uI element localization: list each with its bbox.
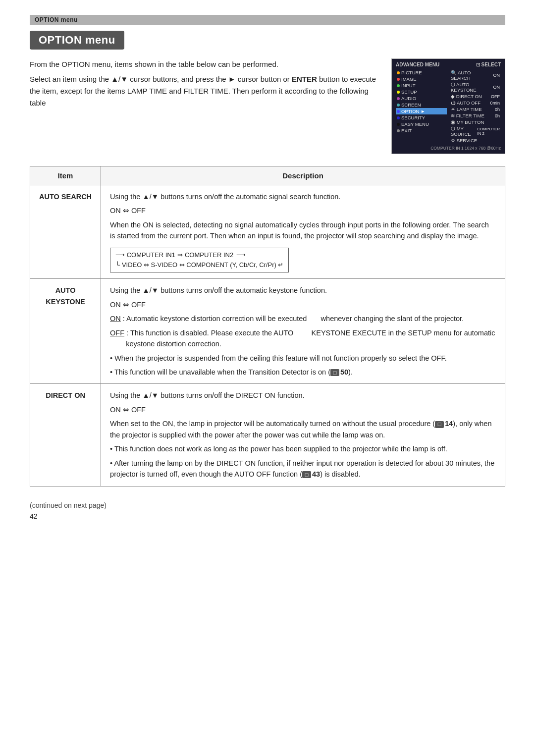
desc-autosearch: Using the ▲/▼ buttons turns on/off the a…: [101, 185, 505, 279]
menu-right-col: 🔍 AUTO SEARCH ON ⬡ AUTO KEYSTONE ON ◆ DI…: [450, 69, 501, 144]
item-autosearch: AUTO SEARCH: [30, 185, 101, 279]
menu-right-directon: ◆ DIRECT ON OFF: [450, 93, 501, 100]
menu-row-security: SECURITY: [396, 114, 447, 121]
autokeystone-onoff: ON ⇔ OFF: [110, 299, 496, 310]
autokeystone-on-desc: ON : Automatic keystone distortion corre…: [110, 313, 496, 324]
table-row-directon: DIRECT ON Using the ▲/▼ buttons turns on…: [30, 384, 505, 486]
menu-right-autokeystone: ⬡ AUTO KEYSTONE ON: [450, 81, 501, 93]
footer: (continued on next page) 42: [30, 501, 505, 520]
directon-desc1: Using the ▲/▼ buttons turns on/off the D…: [110, 390, 496, 401]
menu-row-image: IMAGE: [396, 76, 447, 82]
menu-left-col: PICTURE IMAGE INPUT SETUP AUDIO SCREEN O…: [396, 69, 447, 144]
directon-desc3: • This function does not work as long as…: [110, 443, 496, 454]
menu-right-autosearch: 🔍 AUTO SEARCH ON: [450, 69, 501, 81]
top-bar-label: OPTION menu: [35, 16, 78, 23]
flow-row1: ⟶ COMPUTER IN1 ⇒ COMPUTER IN2 ⟶: [115, 250, 283, 260]
menu-footer: COMPUTER IN 1 1024 x 768 @60Hz: [396, 146, 501, 151]
menu-select: ⊡ SELECT: [476, 62, 501, 67]
table-row-autokeystone: AUTOKEYSTONE Using the ▲/▼ buttons turns…: [30, 279, 505, 384]
autokeystone-off-desc: OFF : This function is disabled. Please …: [110, 327, 496, 350]
item-autokeystone: AUTOKEYSTONE: [30, 279, 101, 384]
main-table: Item Description AUTO SEARCH Using the ▲…: [30, 166, 505, 486]
autokeystone-transition: • This function will be unavailable when…: [110, 367, 496, 378]
desc-directon: Using the ▲/▼ buttons turns on/off the D…: [101, 384, 505, 486]
menu-title-bar: ADVANCED MENU ⊡ SELECT: [396, 62, 501, 67]
menu-title: ADVANCED MENU: [396, 62, 439, 67]
intro-line2: Select an item using the ▲/▼ cursor butt…: [30, 73, 376, 109]
col-desc-header: Description: [101, 166, 505, 185]
menu-row-exit: EXIT: [396, 127, 447, 134]
col-item-header: Item: [30, 166, 101, 185]
page-title: OPTION menu: [30, 31, 124, 50]
menu-right-lamptime: ☀ LAMP TIME 0h: [450, 106, 501, 112]
intro-section: From the OPTION menu, items shown in the…: [30, 58, 505, 154]
desc-autokeystone: Using the ▲/▼ buttons turns on/off the a…: [101, 279, 505, 384]
table-row-autosearch: AUTO SEARCH Using the ▲/▼ buttons turns …: [30, 185, 505, 279]
autokeystone-ceiling: • When the projector is suspended from t…: [110, 353, 496, 364]
menu-row-option: OPTION ►: [396, 108, 447, 114]
menu-row-audio: AUDIO: [396, 95, 447, 102]
autosearch-desc1: Using the ▲/▼ buttons turns on/off the a…: [110, 191, 496, 202]
menu-columns: PICTURE IMAGE INPUT SETUP AUDIO SCREEN O…: [396, 69, 501, 144]
menu-right-mysource: ⬡ MY SOURCE COMPUTER IN 2: [450, 125, 501, 137]
autokeystone-desc1: Using the ▲/▼ buttons turns on/off the a…: [110, 285, 496, 296]
menu-right-filtertime: ≋ FILTER TIME 0h: [450, 112, 501, 119]
autosearch-onoff: ON ⇔ OFF: [110, 205, 496, 216]
menu-right-autooff: ⏻ AUTO OFF 0min: [450, 100, 501, 106]
autosearch-desc2: When the ON is selected, detecting no si…: [110, 219, 496, 242]
menu-row-picture: PICTURE: [396, 69, 447, 76]
menu-screenshot: ADVANCED MENU ⊡ SELECT PICTURE IMAGE INP…: [391, 58, 505, 154]
menu-row-easymenu: EASY MENU: [396, 121, 447, 127]
intro-line1: From the OPTION menu, items shown in the…: [30, 58, 376, 70]
intro-text: From the OPTION menu, items shown in the…: [30, 58, 376, 112]
continued-text: (continued on next page): [30, 501, 505, 509]
item-directon: DIRECT ON: [30, 384, 101, 486]
directon-desc4: • After turning the lamp on by the DIREC…: [110, 458, 496, 480]
flow-row2: └ VIDEO ⇔ S-VIDEO ⇔ COMPONENT (Y, Cb/Cr,…: [115, 260, 283, 270]
menu-right-mybutton: ◉ MY BUTTON: [450, 119, 501, 125]
directon-onoff: ON ⇔ OFF: [110, 404, 496, 415]
page-number: 42: [30, 512, 505, 520]
signal-flow-diagram: ⟶ COMPUTER IN1 ⇒ COMPUTER IN2 ⟶ └ VIDEO …: [110, 248, 289, 272]
menu-row-input: INPUT: [396, 82, 447, 89]
menu-right-service: ⚙ SERVICE: [450, 137, 501, 144]
top-bar: OPTION menu: [30, 15, 505, 25]
menu-row-screen: SCREEN: [396, 102, 447, 108]
menu-row-setup: SETUP: [396, 89, 447, 95]
directon-desc2: When set to the ON, the lamp in projecto…: [110, 418, 496, 440]
